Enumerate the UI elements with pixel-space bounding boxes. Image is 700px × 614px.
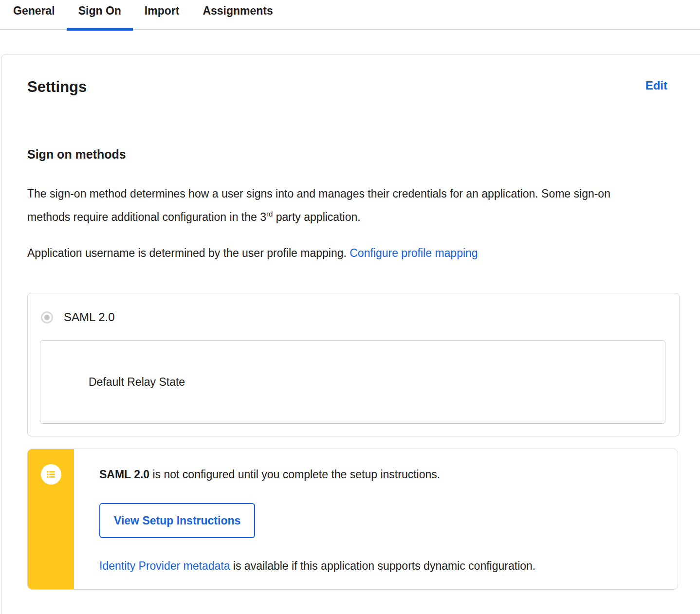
saml-radio-button[interactable] bbox=[41, 311, 53, 324]
metadata-static-text: is available if this application support… bbox=[230, 560, 535, 572]
metadata-availability-text: Identity Provider metadata is available … bbox=[99, 559, 535, 573]
tab-import[interactable]: Import bbox=[133, 0, 191, 29]
username-mapping-text: Application username is determined by th… bbox=[27, 241, 631, 265]
page-title: Settings bbox=[27, 77, 87, 97]
callout-message: SAML 2.0 is not configured until you com… bbox=[99, 467, 535, 482]
radio-dot bbox=[44, 315, 50, 320]
tab-general[interactable]: General bbox=[1, 0, 67, 29]
callout-method-name: SAML 2.0 bbox=[99, 468, 149, 481]
view-setup-instructions-button[interactable]: View Setup Instructions bbox=[99, 503, 255, 538]
default-relay-state-label: Default Relay State bbox=[89, 376, 185, 389]
description-text-part2: party application. bbox=[273, 211, 360, 223]
sign-on-methods-heading: Sign on methods bbox=[27, 146, 700, 163]
default-relay-state-box: Default Relay State bbox=[40, 340, 665, 424]
app-tab-bar: General Sign On Import Assignments bbox=[0, 0, 700, 30]
list-icon bbox=[41, 464, 61, 485]
tab-sign-on[interactable]: Sign On bbox=[67, 0, 133, 29]
setup-callout: SAML 2.0 is not configured until you com… bbox=[27, 449, 678, 590]
tab-assignments[interactable]: Assignments bbox=[191, 0, 284, 29]
settings-card: Settings Edit Sign on methods The sign-o… bbox=[1, 54, 700, 614]
description-superscript: rd bbox=[266, 210, 273, 218]
edit-link[interactable]: Edit bbox=[645, 77, 667, 94]
saml-method-box: SAML 2.0 Default Relay State bbox=[27, 293, 680, 436]
username-mapping-static-text: Application username is determined by th… bbox=[27, 247, 350, 259]
callout-accent-bar bbox=[28, 449, 74, 589]
callout-message-text: is not configured until you complete the… bbox=[149, 468, 440, 481]
callout-content: SAML 2.0 is not configured until you com… bbox=[74, 449, 555, 589]
identity-provider-metadata-link[interactable]: Identity Provider metadata bbox=[99, 560, 230, 572]
saml-radio-row: SAML 2.0 bbox=[41, 310, 679, 325]
sign-on-methods-description: The sign-on method determines how a user… bbox=[27, 182, 631, 229]
settings-card-header: Settings Edit bbox=[27, 77, 667, 97]
saml-method-label[interactable]: SAML 2.0 bbox=[64, 310, 115, 325]
configure-profile-mapping-link[interactable]: Configure profile mapping bbox=[350, 247, 478, 259]
